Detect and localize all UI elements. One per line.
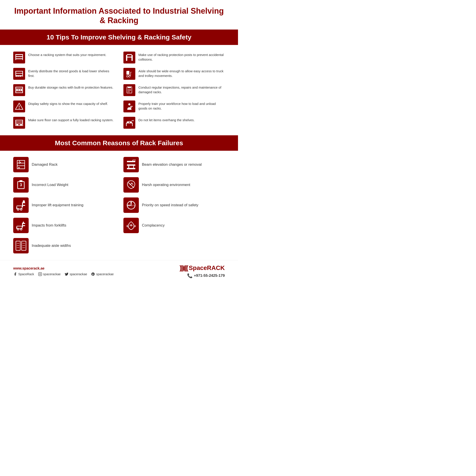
- svg-rect-70: [19, 180, 22, 182]
- svg-point-74: [17, 208, 19, 210]
- failures-section: Damaged Rack Beam elevation changes or r…: [0, 151, 238, 258]
- svg-text:SAFETY: SAFETY: [127, 204, 135, 207]
- pinterest-link[interactable]: spacerackae: [91, 272, 114, 276]
- facebook-link[interactable]: SpaceRack: [13, 272, 34, 276]
- tip-item-4: Aisle should be wide enough to allow eas…: [123, 68, 225, 80]
- facebook-handle: SpaceRack: [18, 272, 34, 276]
- svg-rect-40: [130, 107, 132, 108]
- tips-header-label: 10 Tips To Improve Shelving & Racking Sa…: [47, 34, 191, 41]
- failure-text-2: Beam elevation changes or removal: [142, 162, 202, 167]
- svg-point-19: [126, 76, 128, 77]
- overhang-icon: [123, 117, 135, 129]
- svg-rect-44: [16, 120, 16, 125]
- svg-rect-10: [16, 73, 23, 74]
- failure-text-8: Complacency: [142, 223, 165, 228]
- beam-change-icon: [123, 157, 139, 172]
- inspection-icon: [123, 84, 135, 96]
- svg-rect-24: [16, 93, 23, 93]
- svg-rect-3: [16, 54, 16, 60]
- tip-item-9: Make sure floor can support a fully load…: [13, 117, 115, 129]
- svg-rect-90: [22, 225, 25, 226]
- twitter-link[interactable]: spacerackae: [65, 272, 87, 276]
- footer-right: )))((( SpaceRACK 📞 +971-55-2425-179: [180, 264, 225, 278]
- tip-text-3: Evenly distribute the stored goods & loa…: [28, 68, 115, 78]
- failures-grid: Damaged Rack Beam elevation changes or r…: [13, 157, 225, 254]
- svg-point-87: [20, 228, 22, 230]
- svg-rect-73: [16, 207, 17, 209]
- brand-name: )))((( SpaceRACK: [180, 264, 225, 272]
- tip-text-10: Do not let items overhang the shelves.: [138, 117, 195, 122]
- tip-text-8: Properly train your workforce how to loa…: [138, 101, 225, 111]
- failure-item-2: Beam elevation changes or removal: [123, 157, 225, 172]
- failure-item-5: Improper lift equipment training: [13, 197, 115, 213]
- svg-rect-28: [18, 89, 20, 91]
- svg-rect-14: [16, 76, 18, 77]
- tips-grid: Choose a racking system that suits your …: [13, 51, 225, 129]
- svg-rect-61: [127, 164, 135, 166]
- failure-text-7: Impacts from forklifts: [32, 223, 66, 228]
- svg-rect-31: [128, 87, 131, 88]
- brand-wave-icon: )))(((: [180, 264, 187, 272]
- svg-rect-48: [20, 124, 22, 125]
- tips-section: Choose a racking system that suits your …: [0, 45, 238, 135]
- svg-rect-21: [16, 87, 23, 87]
- failure-item-6: SAFETY Priority on speed instead of safe…: [123, 197, 225, 213]
- svg-marker-8: [126, 54, 133, 55]
- tip-text-2: Make use of racking protection posts to …: [138, 51, 225, 62]
- warning-icon: [13, 101, 25, 112]
- svg-rect-49: [126, 123, 133, 123]
- storage-rack-icon: [13, 84, 25, 96]
- svg-rect-93: [16, 241, 20, 250]
- instagram-link[interactable]: spacerackae: [38, 272, 61, 276]
- svg-point-38: [128, 103, 131, 105]
- svg-rect-4: [22, 54, 23, 60]
- failure-item-3: 3 Incorrect Load Weight: [13, 177, 115, 193]
- svg-rect-27: [17, 89, 18, 91]
- main-title: Important Information Associated to Indu…: [0, 0, 238, 30]
- svg-rect-13: [22, 71, 23, 77]
- tip-item-3: Evenly distribute the stored goods & loa…: [13, 68, 115, 80]
- svg-rect-7: [126, 57, 133, 58]
- svg-point-86: [17, 228, 19, 230]
- failure-text-5: Improper lift equipment training: [32, 203, 83, 208]
- failure-text-9: Inadequate aisle widths: [32, 243, 71, 248]
- svg-rect-23: [16, 91, 23, 91]
- harsh-env-icon: [123, 177, 139, 193]
- tip-item-10: Do not let items overhang the shelves.: [123, 117, 225, 129]
- svg-rect-15: [18, 76, 20, 77]
- footer-social: SpaceRack spacerackae spacerackae spacer…: [13, 272, 114, 276]
- tip-item-2: Make use of racking protection posts to …: [123, 51, 225, 64]
- tip-text-1: Choose a racking system that suits your …: [28, 51, 106, 57]
- svg-rect-5: [126, 55, 127, 61]
- svg-rect-9: [16, 71, 23, 72]
- svg-marker-65: [128, 167, 130, 168]
- phone-number: +971-55-2425-179: [194, 273, 225, 278]
- svg-rect-52: [127, 122, 129, 123]
- svg-text:3: 3: [20, 183, 22, 187]
- tip-text-4: Aisle should be wide enough to allow eas…: [138, 68, 225, 78]
- tips-section-header: 10 Tips To Improve Shelving & Racking Sa…: [0, 30, 238, 45]
- twitter-handle: spacerackae: [70, 272, 87, 276]
- shelves-load-icon: [13, 68, 25, 80]
- tip-item-8: Properly train your workforce how to loa…: [123, 101, 225, 112]
- svg-rect-89: [22, 223, 25, 224]
- footer-left: www.spacerack.ae SpaceRack spacerackae s…: [13, 266, 114, 276]
- svg-rect-2: [16, 58, 23, 59]
- rack-icon: [13, 51, 25, 64]
- svg-rect-42: [16, 122, 23, 122]
- failure-item-7: Impacts from forklifts: [13, 218, 115, 233]
- instagram-handle: spacerackae: [43, 272, 61, 276]
- failure-item-4: Harsh operating environment: [123, 177, 225, 193]
- svg-rect-60: [127, 161, 135, 162]
- svg-rect-26: [22, 87, 23, 93]
- load-weight-icon: 3: [13, 177, 29, 193]
- tip-item-5: Buy durable storage racks with built-in …: [13, 84, 115, 96]
- failure-item-1: Damaged Rack: [13, 157, 115, 172]
- tip-text-5: Buy durable storage racks with built-in …: [28, 84, 113, 90]
- svg-point-79: [23, 200, 25, 203]
- svg-rect-43: [16, 124, 23, 124]
- complacency-icon: [123, 218, 139, 233]
- svg-rect-78: [22, 205, 25, 206]
- tip-text-7: Display safety signs to show the max cap…: [28, 101, 108, 106]
- brand-label: SpaceRACK: [189, 264, 225, 272]
